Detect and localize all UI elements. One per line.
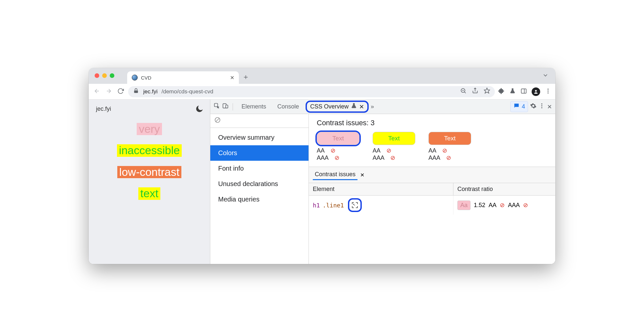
close-panel-icon[interactable]: ✕	[359, 103, 364, 110]
sidepanel-icon[interactable]	[520, 88, 527, 96]
labs-flask-icon[interactable]	[509, 88, 516, 96]
traffic-close[interactable]	[95, 73, 99, 78]
fail-icon: ⊘	[334, 154, 339, 161]
svg-point-10	[535, 90, 537, 91]
demo-word: text	[138, 187, 160, 200]
devtools-tab-console[interactable]: Console	[273, 101, 304, 112]
demo-word: very	[137, 123, 162, 135]
bookmark-star-icon[interactable]	[484, 87, 490, 96]
swatch-sample[interactable]: Text	[428, 132, 471, 145]
contrast-swatch[interactable]: Text AA⊘ AAA⊘	[373, 132, 415, 161]
fail-icon: ⊘	[500, 202, 505, 209]
url-path: /demo/cds-quest-cvd	[161, 88, 213, 95]
dark-mode-toggle[interactable]	[196, 106, 203, 112]
clear-overview-icon[interactable]	[210, 114, 309, 128]
tabs-more-icon[interactable]: »	[371, 103, 374, 110]
rendered-page: jec.fyi very inaccessible low-contrast t…	[89, 100, 210, 264]
devtools-tab-elements[interactable]: Elements	[237, 101, 271, 112]
contrast-sample-chip: Aa	[457, 201, 471, 210]
fail-icon: ⊘	[390, 154, 395, 161]
svg-line-21	[216, 118, 219, 122]
kebab-menu-icon[interactable]	[545, 88, 551, 96]
sidebar-item-unused-declarations[interactable]: Unused declarations	[210, 176, 309, 192]
fail-icon: ⊘	[442, 147, 447, 154]
fail-icon: ⊘	[331, 147, 335, 154]
devtools-tab-css-overview[interactable]: CSS Overview ✕	[306, 101, 369, 113]
column-contrast-ratio: Contrast ratio	[453, 183, 555, 195]
sidebar-item-media-queries[interactable]: Media queries	[210, 192, 309, 207]
reveal-in-elements-button[interactable]	[348, 198, 362, 212]
svg-line-4	[464, 92, 466, 93]
close-tab-icon[interactable]: ✕	[230, 75, 234, 81]
svg-point-19	[541, 107, 542, 108]
svg-point-18	[541, 105, 542, 106]
contrast-swatch[interactable]: Text AA⊘ AAA⊘	[317, 132, 359, 161]
svg-rect-8	[521, 89, 526, 93]
contrast-swatch[interactable]: Text AA⊘ AAA⊘	[428, 132, 471, 161]
forward-button[interactable]	[104, 88, 113, 96]
fail-icon: ⊘	[446, 154, 451, 161]
settings-gear-icon[interactable]	[530, 103, 537, 111]
reload-button[interactable]	[116, 88, 125, 96]
svg-point-13	[547, 92, 548, 93]
profile-avatar-icon[interactable]	[532, 87, 540, 96]
fail-icon: ⊘	[386, 147, 391, 154]
sidebar-item-font-info[interactable]: Font info	[210, 161, 309, 176]
column-element: Element	[309, 183, 453, 195]
address-bar[interactable]: jec.fyi/demo/cds-quest-cvd	[128, 86, 495, 97]
svg-point-12	[547, 90, 548, 91]
inspect-element-icon[interactable]	[214, 103, 220, 111]
favicon-icon	[132, 75, 138, 81]
toolbar-actions	[498, 87, 551, 96]
svg-rect-16	[226, 105, 228, 108]
close-devtools-icon[interactable]: ✕	[547, 103, 552, 110]
back-button[interactable]	[93, 88, 101, 96]
close-tab-icon[interactable]: ✕	[360, 172, 364, 178]
traffic-zoom[interactable]	[110, 73, 114, 78]
svg-point-17	[541, 104, 542, 105]
devtools-tab-bar: Elements Console CSS Overview ✕ » 4 ✕	[210, 100, 555, 114]
sidebar-item-colors[interactable]: Colors	[210, 145, 309, 161]
traffic-lights	[95, 73, 114, 78]
svg-marker-7	[484, 88, 490, 93]
content-area: jec.fyi very inaccessible low-contrast t…	[89, 100, 555, 264]
element-tag: h1	[313, 202, 320, 209]
contrast-ratio-value: 1.52	[474, 202, 485, 209]
swatch-sample[interactable]: Text	[373, 132, 415, 145]
lock-icon	[133, 87, 139, 96]
tab-strip: CVD ✕ ＋	[89, 68, 555, 84]
devtools-panel: Elements Console CSS Overview ✕ » 4 ✕	[210, 100, 555, 264]
issues-chip[interactable]: 4	[510, 101, 528, 112]
kebab-icon[interactable]	[539, 103, 545, 111]
tab-title: CVD	[141, 75, 227, 81]
contrast-issues-tab[interactable]: Contrast issues	[313, 170, 357, 180]
svg-rect-2	[134, 90, 138, 93]
contrast-issues-heading: Contrast issues: 3	[309, 114, 555, 132]
chat-icon	[513, 103, 520, 111]
contrast-issues-tabstrip: Contrast issues ✕	[309, 167, 555, 183]
new-tab-button[interactable]: ＋	[242, 72, 249, 84]
swatch-sample[interactable]: Text	[317, 132, 359, 145]
fail-icon: ⊘	[523, 202, 528, 209]
svg-point-11	[547, 88, 548, 89]
site-label: jec.fyi	[96, 106, 111, 112]
css-overview-sidebar: Overview summary Colors Font info Unused…	[210, 114, 309, 264]
browser-toolbar: jec.fyi/demo/cds-quest-cvd	[89, 84, 555, 100]
element-class: .line1	[323, 202, 344, 209]
zoom-out-icon[interactable]	[460, 87, 467, 96]
tabs-overflow-icon[interactable]	[542, 72, 549, 80]
extensions-icon[interactable]	[498, 88, 505, 96]
contrast-table-header: Element Contrast ratio	[309, 183, 555, 196]
sidebar-item-overview-summary[interactable]: Overview summary	[210, 130, 309, 145]
demo-word: inaccessible	[117, 144, 182, 156]
traffic-minimize[interactable]	[102, 73, 107, 78]
browser-tab[interactable]: CVD ✕	[127, 71, 239, 84]
share-icon[interactable]	[472, 87, 478, 96]
contrast-table-row[interactable]: h1.line1 Aa 1.52 AA ⊘ AAA ⊘	[309, 196, 555, 215]
device-toggle-icon[interactable]	[222, 103, 229, 111]
browser-window: CVD ✕ ＋ jec.fyi/demo/cds-quest-cvd	[89, 68, 555, 264]
url-host: jec.fyi	[143, 88, 157, 95]
demo-word: low-contrast	[117, 166, 181, 178]
flask-icon	[351, 103, 357, 111]
css-overview-main: Contrast issues: 3 Text AA⊘ AAA⊘ Text	[309, 114, 555, 264]
